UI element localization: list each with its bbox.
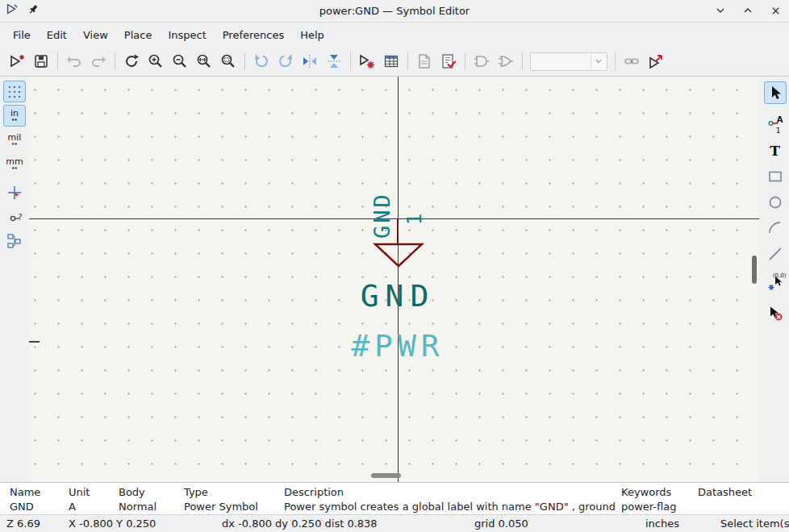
line-icon xyxy=(767,246,783,262)
vertical-scrollbar[interactable] xyxy=(752,256,757,284)
window-close-button[interactable] xyxy=(768,3,783,18)
zoom-in-icon xyxy=(147,52,165,70)
toolbar-separator xyxy=(615,52,616,70)
symbol-properties-icon xyxy=(358,52,376,70)
zoom-out-button[interactable] xyxy=(168,49,192,73)
zoom-in-button[interactable] xyxy=(144,49,168,73)
circle-icon xyxy=(767,194,783,210)
unit-mm-button[interactable]: mm ↔ xyxy=(3,153,26,175)
horizontal-scrollbar[interactable] xyxy=(371,473,401,478)
zoom-selection-icon xyxy=(219,52,237,70)
editor-canvas[interactable]: GND 1 GND #PWR xyxy=(29,77,759,482)
rectangle-icon xyxy=(767,168,783,185)
left-toolbar: in ↔ mil ↔ mm ↔ ? xyxy=(0,77,29,482)
library-tree-toggle[interactable] xyxy=(3,230,26,251)
menu-edit[interactable]: Edit xyxy=(39,25,75,45)
gnd-pin-line[interactable] xyxy=(397,218,399,244)
demorgan-alternate-icon xyxy=(497,52,515,70)
save-button[interactable] xyxy=(29,49,53,73)
zoom-fit-button[interactable] xyxy=(192,49,216,73)
question-glyph: ? xyxy=(18,214,22,222)
chevron-up-icon xyxy=(742,5,754,16)
toolbar-separator xyxy=(244,52,245,70)
info-unit-value: A xyxy=(69,501,76,513)
unit-inches-button[interactable]: in ↔ xyxy=(3,105,26,127)
datasheet-button[interactable] xyxy=(412,49,436,73)
new-symbol-icon xyxy=(8,52,26,70)
status-zoom: Z 6.69 xyxy=(6,517,40,530)
mirror-vertical-button[interactable] xyxy=(322,49,346,73)
menu-file[interactable]: File xyxy=(5,25,39,45)
menu-help[interactable]: Help xyxy=(292,25,332,45)
symbol-properties-button[interactable] xyxy=(355,49,379,73)
value-field-label[interactable]: GND xyxy=(317,278,478,314)
toolbar-separator xyxy=(522,52,523,70)
status-position: X -0.800 Y 0.250 xyxy=(69,517,156,530)
pin-tool-button[interactable]: A 1 xyxy=(764,114,787,136)
redo-button[interactable] xyxy=(86,49,111,73)
menu-preferences[interactable]: Preferences xyxy=(215,25,292,45)
info-keywords-value: power-flag xyxy=(621,501,676,513)
demorgan-alternate-button[interactable] xyxy=(494,49,518,73)
menu-inspect[interactable]: Inspect xyxy=(160,25,214,45)
info-body-value: Normal xyxy=(119,501,157,513)
delete-cursor-icon xyxy=(767,305,783,322)
rotate-cw-button[interactable] xyxy=(273,49,298,73)
rectangle-tool-button[interactable] xyxy=(764,165,787,188)
circle-tool-button[interactable] xyxy=(764,191,787,214)
info-body-label: Body xyxy=(119,486,145,498)
sync-pins-toggle[interactable] xyxy=(620,49,644,73)
rotate-ccw-button[interactable] xyxy=(249,49,273,73)
library-tree-icon xyxy=(6,233,23,249)
info-name-value: GND xyxy=(10,501,34,513)
pin-table-icon xyxy=(382,52,400,70)
pin-number-label[interactable]: 1 xyxy=(403,207,421,231)
hidden-pins-toggle[interactable]: ? xyxy=(3,206,26,227)
grid-settings-button[interactable] xyxy=(3,81,26,102)
menu-view[interactable]: View xyxy=(75,25,116,45)
export-symbol-button[interactable] xyxy=(644,49,668,73)
anchor-coords-label: (0,0) xyxy=(773,272,787,279)
main-toolbar xyxy=(0,47,789,77)
text-tool-button[interactable]: T xyxy=(764,139,787,162)
status-grid: grid 0.050 xyxy=(474,517,528,530)
zoom-fit-icon xyxy=(195,52,213,70)
menu-place[interactable]: Place xyxy=(116,25,161,45)
window-minimize-button[interactable] xyxy=(713,3,728,18)
crosshair-style-button[interactable] xyxy=(3,181,26,203)
arc-icon xyxy=(767,220,783,236)
symbol-checker-button[interactable] xyxy=(436,49,461,73)
zoom-selection-button[interactable] xyxy=(216,49,240,73)
new-symbol-button[interactable] xyxy=(5,49,29,73)
demorgan-standard-button[interactable] xyxy=(470,49,494,73)
select-arrow-icon xyxy=(767,85,783,101)
grid-dots-icon xyxy=(6,84,23,100)
window-maximize-button[interactable] xyxy=(741,3,755,18)
delete-tool-button[interactable] xyxy=(764,302,787,325)
reference-field-label[interactable]: #PWR xyxy=(309,328,486,364)
pin-tool-letter: A xyxy=(777,115,783,124)
pin-table-button[interactable] xyxy=(379,49,403,73)
anchor-tool-button[interactable]: (0,0) xyxy=(764,272,787,294)
undo-button[interactable] xyxy=(62,49,86,73)
mirror-horizontal-button[interactable] xyxy=(298,49,322,73)
unit-mils-button[interactable]: mil ↔ xyxy=(3,129,26,151)
chevron-down-icon xyxy=(715,5,726,16)
toolbar-separator xyxy=(465,52,465,70)
arc-tool-button[interactable] xyxy=(764,217,787,239)
close-icon xyxy=(770,6,781,16)
pin-name-label[interactable]: GND xyxy=(369,183,392,247)
titlebar: power:GND — Symbol Editor xyxy=(0,0,789,23)
demorgan-standard-icon xyxy=(473,52,491,70)
datasheet-icon xyxy=(415,52,433,70)
unit-select[interactable] xyxy=(530,52,607,71)
unit-arrow-icon: ↔ xyxy=(12,165,18,172)
select-tool-button[interactable] xyxy=(764,81,787,104)
undo-icon xyxy=(65,52,83,70)
gnd-triangle-graphic[interactable] xyxy=(371,243,426,268)
zoom-out-icon xyxy=(171,52,189,70)
unit-arrow-icon: ↔ xyxy=(12,117,18,123)
line-tool-button[interactable] xyxy=(764,243,787,265)
refresh-view-button[interactable] xyxy=(119,49,144,73)
status-delta: dx -0.800 dy 0.250 dist 0.838 xyxy=(222,517,378,530)
